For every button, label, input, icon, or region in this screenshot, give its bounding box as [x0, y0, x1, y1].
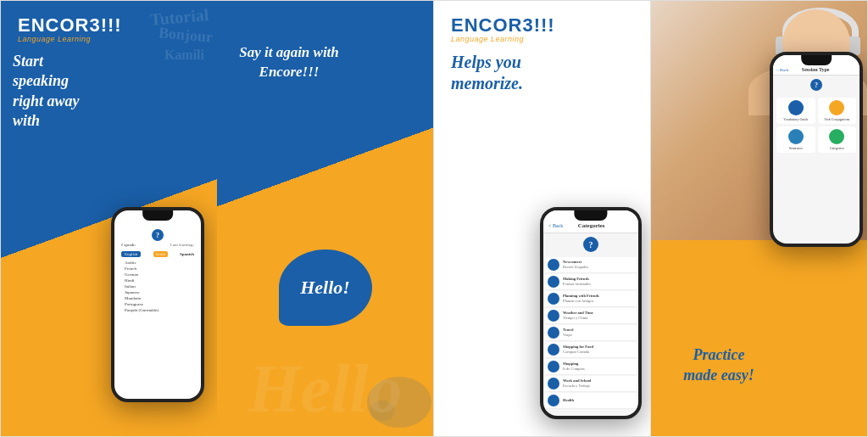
lang-portuguese: Portuguese	[121, 301, 194, 307]
logo-sub-3: Language Learning	[451, 35, 555, 43]
category-health[interactable]: Health	[545, 393, 637, 409]
logo-area-3: ENCOR3!!! Language Learning	[451, 16, 555, 43]
lang-punjabi: Punjabi (Gurmukhi)	[121, 307, 194, 313]
lang-hindi: Hindi	[121, 277, 194, 283]
panel-3-tagline: Helps you memorize.	[451, 52, 523, 94]
switch-button[interactable]: Switch	[153, 251, 168, 257]
category-making-friends[interactable]: Making FriendsFormar Amistades	[545, 274, 637, 290]
session-icon-sentences	[788, 129, 804, 144]
logo-text-3: ENCOR3!!!	[451, 16, 555, 35]
cat-icon-health	[548, 395, 559, 406]
category-shopping[interactable]: ShoppingIr de Compras	[545, 359, 637, 375]
bg-word-bonjour: Bonjour	[158, 24, 214, 46]
lang-japanese: Japanese	[121, 289, 194, 295]
phone-2-screen: < Back Categories ? NewcomersRecién Lleg…	[543, 210, 638, 416]
category-weather[interactable]: Weather and TimeTiempo y Clima	[545, 308, 637, 324]
phone-mockup-1: ? I speak: I am learning: English Switch…	[111, 207, 204, 402]
category-shopping-food[interactable]: Shopping for FoodComprar Comida	[545, 342, 637, 358]
cat-icon-shopping	[548, 361, 559, 373]
panel-4: Practice made easy! < Back Session Type …	[651, 1, 867, 436]
phone-mockup-3: < Back Session Type ? Vocabulary Guide V…	[770, 52, 863, 247]
language-selector: ? I speak: I am learning: English Switch…	[114, 210, 201, 320]
lang-mandarin: Mandarin	[121, 295, 194, 301]
phone-1-screen: ? I speak: I am learning: English Switch…	[114, 210, 201, 399]
phone-3-notch	[801, 55, 832, 65]
question-mark-3: ?	[810, 79, 822, 91]
phone-2-notch	[574, 210, 607, 221]
category-newcomers[interactable]: NewcomersRecién Llegados	[545, 257, 637, 273]
session-icon-vocab	[788, 100, 804, 115]
logo-text-1: ENCOR3!!!	[18, 16, 122, 35]
cat-icon-weather	[548, 310, 559, 322]
back-button-3[interactable]: < Back	[776, 68, 788, 72]
session-grid: Vocabulary Guide Verb Conjugations Sente…	[773, 94, 860, 156]
i-am-learning-label: I am learning:	[170, 243, 194, 247]
session-icon-categories	[829, 129, 844, 144]
orange-section	[651, 240, 867, 436]
logo-sub-1: Language Learning	[18, 35, 122, 43]
category-travel[interactable]: TravelViajar	[545, 325, 637, 341]
selected-language: English	[121, 251, 141, 257]
bg-word-tutorial: Tutorial	[149, 5, 209, 30]
question-mark-1: ?	[152, 229, 164, 241]
category-planning[interactable]: Planning with FriendsPlanear con Amigos	[545, 291, 637, 307]
question-mark-2: ?	[583, 237, 598, 252]
panel-1: Tutorial Bonjour Kamili ENCOR3!!! Langua…	[1, 1, 217, 436]
categories-title: Categories	[578, 222, 605, 229]
made-easy-text: made easy!	[683, 367, 754, 384]
learning-language: Spanish	[180, 252, 194, 256]
panel-3-tagline-line2: memorize.	[451, 74, 523, 92]
lang-french: French	[121, 266, 194, 272]
session-label-sentences: Sentences	[789, 146, 803, 150]
lang-german: German	[121, 272, 194, 277]
cat-icon-newcomers	[548, 259, 559, 271]
i-speak-label: I speak:	[121, 243, 136, 247]
phone-1-notch	[142, 210, 173, 221]
panel-3: ENCOR3!!! Language Learning Helps you me…	[433, 1, 651, 436]
panel-4-tagline: Practice made easy!	[659, 345, 778, 385]
cat-icon-planning	[548, 293, 559, 305]
practice-text: Practice	[693, 346, 745, 363]
cat-icon-travel	[548, 327, 559, 339]
session-type-title: Session Type	[802, 67, 830, 72]
session-qmark-wrapper: ?	[773, 79, 860, 91]
session-label-categories: Categories	[830, 146, 844, 150]
cat-icon-food	[548, 344, 559, 356]
lang-header: I speak: I am learning:	[121, 243, 194, 247]
cat-icon-friends	[548, 276, 559, 288]
panel-1-tagline: Start speaking right away with	[13, 52, 97, 132]
phone-3-screen: < Back Session Type ? Vocabulary Guide V…	[773, 55, 860, 244]
hello-bubble: Hello!	[279, 249, 372, 326]
session-label-vocab: Vocabulary Guide	[783, 117, 808, 121]
session-label-verbs: Verb Conjugations	[824, 117, 849, 121]
lang-arabic: Arabic	[121, 260, 194, 266]
session-vocabulary[interactable]: Vocabulary Guide	[776, 98, 815, 124]
hello-bg-text: Hello	[248, 350, 402, 428]
panel-3-tagline-line1: Helps you	[451, 53, 521, 71]
cat-icon-work	[548, 378, 559, 389]
lang-italian: Italian	[121, 283, 194, 289]
logo-area-1: ENCOR3!!! Language Learning	[18, 16, 122, 43]
session-verbs[interactable]: Verb Conjugations	[818, 98, 857, 124]
phone-mockup-2: < Back Categories ? NewcomersRecién Lleg…	[540, 207, 642, 419]
panel-2-tagline: Say it again with Encore!!!	[225, 43, 353, 82]
hello-text: Hello!	[300, 277, 350, 299]
session-icon-verbs	[829, 100, 844, 115]
back-button-2[interactable]: < Back	[548, 223, 563, 228]
session-categories[interactable]: Categories	[818, 126, 857, 153]
session-sentences[interactable]: Sentences	[776, 126, 815, 153]
category-work[interactable]: Work and SchoolEscuela y Trabajo	[545, 376, 637, 392]
category-list: NewcomersRecién Llegados Making FriendsF…	[543, 255, 638, 412]
bg-word-kamili: Kamili	[164, 48, 204, 63]
panel-2: Say it again with Encore!!! Hello! Hello	[217, 1, 433, 436]
